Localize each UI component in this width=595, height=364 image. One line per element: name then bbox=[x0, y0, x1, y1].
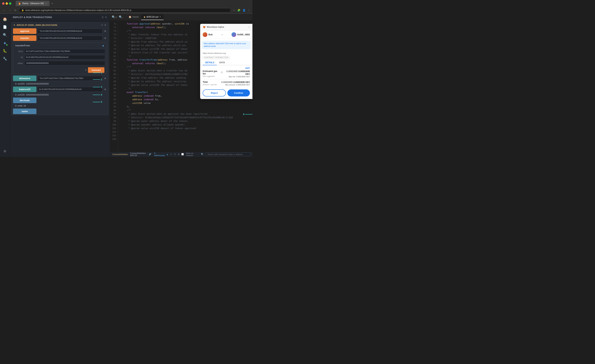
contract-copy-icon[interactable]: ⎘ bbox=[101, 24, 103, 26]
balanceof-button[interactable]: balanceOf bbox=[13, 87, 36, 92]
gas-fee-label: Estimated gas fee ⓘ bbox=[203, 70, 223, 75]
forward-button[interactable]: → bbox=[7, 8, 12, 12]
transfer-input[interactable] bbox=[37, 36, 102, 41]
profile-icon[interactable]: 👤 bbox=[242, 8, 246, 12]
approve-button[interactable]: approve bbox=[13, 28, 36, 34]
contract-def-label: ContractDefinition bbox=[112, 153, 128, 155]
mm-contract-interaction-tag: CONTRACT INTERACTION bbox=[203, 56, 230, 59]
deploy-icon: ◈ bbox=[4, 41, 6, 45]
confirm-button[interactable]: Confirm bbox=[227, 89, 250, 97]
copy-icon[interactable]: ⎘ bbox=[102, 16, 104, 19]
refresh-button[interactable]: ↻ bbox=[13, 8, 17, 12]
allowance-row: allowance ▼ bbox=[12, 75, 108, 82]
maximize-button[interactable] bbox=[9, 2, 11, 5]
decimals-section: decimals 0: uint8: 18 bbox=[12, 97, 108, 108]
transferfrom-header[interactable]: transferFrom ▲ bbox=[13, 42, 106, 48]
transfer-dropdown-icon[interactable]: ▼ bbox=[104, 36, 107, 40]
tab-ierc20[interactable]: ◆ IERC20.sol ✕ bbox=[141, 14, 163, 20]
balanceof-dropdown-icon[interactable]: ▼ bbox=[104, 88, 107, 91]
name-button[interactable]: name bbox=[13, 109, 36, 114]
mm-notice[interactable]: New address detected! Click here to add … bbox=[202, 41, 251, 49]
transact-row: ⎘ transact bbox=[13, 66, 106, 74]
contract-name: IERC20 AT 0X000...00802 (BLOCKCHAIN) bbox=[17, 24, 57, 26]
from-input[interactable] bbox=[24, 49, 105, 54]
gas-fee-label-group: Estimated gas fee ⓘ Site suggested bbox=[203, 70, 223, 77]
file-tab-close-icon[interactable]: ✕ bbox=[159, 16, 161, 18]
bottom-right: ▷ ⏱ 0 listen on network 🔍 bbox=[170, 152, 250, 156]
sidebar-item-settings[interactable]: ⚙ bbox=[1, 148, 8, 155]
zoom-out-icon[interactable]: 🔍- bbox=[119, 15, 124, 19]
tab-home[interactable]: 🏠 Home bbox=[126, 14, 141, 20]
allowance-dropdown-icon[interactable]: ▼ bbox=[104, 77, 107, 80]
copy-link-icon[interactable]: 🔗 bbox=[149, 153, 151, 155]
browser-toolbar: ☆ 🧩 👤 ⋮ bbox=[232, 8, 251, 12]
expand-icon[interactable]: ▲ bbox=[166, 153, 168, 155]
sidebar-item-home[interactable]: 🏠 bbox=[1, 15, 8, 23]
approve-input[interactable] bbox=[37, 29, 102, 34]
sol-icon: ◆ bbox=[144, 16, 145, 18]
back-button[interactable]: ← bbox=[2, 8, 6, 12]
metamask-overlay: 🦊 Moonbase Alpha ⤢ Bob → 0x000...0802 Ne… bbox=[200, 24, 252, 99]
sidebar-item-debug[interactable]: 🐛 bbox=[1, 47, 8, 55]
browser-tab-remix[interactable]: 🔥 Remix - Ethereum IDE ✕ bbox=[16, 1, 50, 6]
mm-to-account: 0x000...0802 bbox=[232, 32, 250, 37]
search-input[interactable] bbox=[206, 153, 250, 156]
gas-fee-row: Estimated gas fee ⓘ Site suggested 0.000… bbox=[203, 70, 250, 78]
close-icon[interactable]: ✕ bbox=[105, 16, 107, 19]
from-label: from: bbox=[16, 50, 23, 53]
deploy-header-icons: ⎘ ✕ bbox=[102, 16, 107, 19]
minimize-button[interactable] bbox=[6, 2, 8, 5]
value-input[interactable] bbox=[24, 61, 105, 65]
new-tab-button[interactable]: + bbox=[51, 2, 54, 5]
line-numbers: 72 73 74 75 76 77 78 79 80 81 82 83 84 8… bbox=[110, 21, 118, 152]
sidebar-item-search[interactable]: 🔍 bbox=[1, 31, 8, 39]
tab-close-icon[interactable]: ✕ bbox=[45, 2, 47, 5]
file-tab-label: IERC20.sol bbox=[146, 15, 158, 18]
deploy-title: DEPLOY & RUN TRANSACTIONS bbox=[13, 16, 52, 19]
zoom-in-icon[interactable]: 🔍+ bbox=[111, 15, 117, 19]
deploy-header: DEPLOY & RUN TRANSACTIONS ⎘ ✕ bbox=[10, 14, 110, 21]
to-param-row: to: bbox=[13, 54, 106, 60]
sidebar-item-files[interactable]: 📄 bbox=[1, 23, 8, 31]
gas-info-icon[interactable]: ⓘ bbox=[221, 71, 223, 74]
contract-instance-header[interactable]: ▼ IERC20 AT 0X000...00802 (BLOCKCHAIN) ⎘… bbox=[12, 22, 108, 28]
extensions-icon[interactable]: 🧩 bbox=[237, 8, 241, 12]
total-amount: 0.00003695 bbox=[221, 81, 233, 84]
main-layout: 🏠 📄 🔍 ◈ 🐛 🔧 ⚙ DEPLOY & RUN TRANSACTIONS … bbox=[0, 14, 252, 157]
balanceof-input[interactable] bbox=[37, 87, 102, 92]
reject-button[interactable]: Reject bbox=[203, 89, 226, 97]
edit-link[interactable]: EDIT bbox=[245, 67, 250, 69]
approve-row: approve ▼ bbox=[12, 28, 108, 35]
sidebar-item-deploy[interactable]: ◈ bbox=[1, 39, 8, 47]
approve-dropdown-icon[interactable]: ▼ bbox=[104, 29, 107, 33]
close-button[interactable] bbox=[2, 2, 5, 5]
address-bar[interactable]: 🔒 remix.ethereum.org/#optimize=false&run… bbox=[19, 8, 231, 13]
transact-copy-icon[interactable]: ⎘ bbox=[85, 69, 86, 71]
addressbar: ← → ↻ 🔒 remix.ethereum.org/#optimize=fal… bbox=[0, 7, 252, 14]
allowance-input[interactable] bbox=[37, 76, 102, 81]
transact-button[interactable]: transact bbox=[88, 67, 104, 73]
transferfrom-section: transferFrom ▲ from: to: bbox=[13, 42, 107, 74]
tab-data[interactable]: DATA bbox=[217, 60, 227, 65]
transferfrom-collapse-icon[interactable]: ▲ bbox=[102, 44, 104, 47]
amount-gas-label: Amount + gas fee bbox=[203, 84, 217, 86]
decimals-output: 0: uint8: 18 bbox=[12, 104, 108, 108]
tab-details[interactable]: DETAILS bbox=[203, 60, 217, 65]
deploy-content: ▼ IERC20 AT 0X000...00802 (BLOCKCHAIN) ⎘… bbox=[10, 21, 110, 157]
site-url-text: https://remix.ethereum.org bbox=[203, 52, 226, 54]
max-amount-label: Max amount: 0.00003695 DEV bbox=[221, 84, 250, 86]
contract-close-icon[interactable]: ✕ bbox=[104, 24, 106, 27]
mm-expand-icon[interactable]: ⤢ bbox=[248, 26, 250, 28]
to-input[interactable] bbox=[24, 55, 105, 59]
tab-area: 🔥 Remix - Ethereum IDE ✕ + bbox=[16, 1, 54, 6]
decimals-button[interactable]: decimals bbox=[13, 98, 36, 103]
sidebar-item-plugins[interactable]: 🔧 bbox=[1, 55, 8, 62]
checkpoint-icon[interactable]: ▷ bbox=[170, 153, 172, 155]
allowance-button[interactable]: allowance bbox=[13, 76, 36, 81]
listen-checkbox[interactable] bbox=[181, 153, 184, 155]
menu-icon[interactable]: ⋮ bbox=[247, 8, 251, 12]
transfer-button[interactable]: transfer bbox=[13, 35, 36, 41]
bookmark-icon[interactable]: ☆ bbox=[232, 8, 235, 12]
search-icon: 🔍 bbox=[3, 33, 7, 37]
balanceof-row: balanceOf ▼ bbox=[12, 86, 108, 93]
